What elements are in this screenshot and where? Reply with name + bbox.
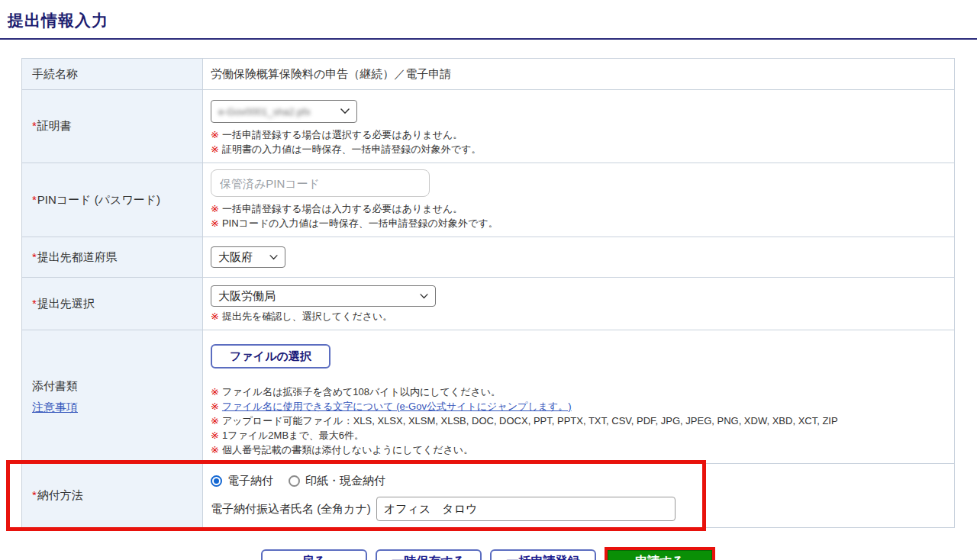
required-asterisk: *	[32, 488, 37, 501]
chevron-down-icon	[420, 294, 428, 299]
filename-characters-link[interactable]: ファイル名に使用できる文字について (e-Gov公式サイトにジャンプします。)	[222, 401, 572, 412]
certificate-label: *証明書	[32, 119, 196, 134]
back-button[interactable]: 戻る	[261, 549, 367, 560]
procedure-name-value-cell: 労働保険概算保険料の申告（継続）／電子申請	[203, 59, 954, 89]
submit-button[interactable]: 申請する	[608, 550, 712, 560]
payment-content-cell: 電子納付 印紙・現金納付 電子納付振込者氏名 (全角カナ)	[203, 464, 954, 527]
attachment-note-filetypes: ※アップロード可能ファイル：XLS, XLSX, XLSM, XLSB, DOC…	[211, 414, 946, 428]
row-pin-code: *PINコード (パスワード) ※一括申請登録する場合は入力する必要はありません…	[22, 163, 954, 237]
row-procedure-name: 手続名称 労働保険概算保険料の申告（継続）／電子申請	[22, 59, 954, 89]
office-select[interactable]: 大阪労働局	[211, 285, 436, 307]
radio-stamp-cash-payment[interactable]	[289, 475, 300, 487]
attachment-note-mynumber: ※個人番号記載の書類は添付しないようにしてください。	[211, 443, 946, 457]
required-asterisk: *	[32, 297, 37, 310]
batch-application-button[interactable]: 一括申請登録	[490, 549, 596, 560]
attachment-note-limit: ※1ファイル2MBまで、最大6件。	[211, 428, 946, 443]
pin-content-cell: ※一括申請登録する場合は入力する必要はありません。 ※PINコードの入力値は一時…	[203, 163, 954, 237]
office-select-value: 大阪労働局	[218, 289, 276, 304]
payment-label: *納付方法	[32, 488, 196, 503]
row-attachments: 添付書類 注意事項 ファイルの選択 ※ファイル名は拡張子を含めて108バイト以内…	[22, 330, 954, 463]
certificate-content-cell: e-Gov0001_sha2.pfx ※一括申請登録する場合は選択する必要はあり…	[203, 90, 954, 163]
certificate-label-cell: *証明書	[22, 90, 203, 163]
title-divider	[0, 38, 977, 40]
file-select-button[interactable]: ファイルの選択	[211, 344, 331, 369]
certificate-select-value: e-Gov0001_sha2.pfx	[218, 106, 311, 117]
office-content-cell: 大阪労働局 ※提出先を確認し、選択してください。	[203, 278, 954, 330]
prefecture-select-value: 大阪府	[218, 250, 253, 265]
prefecture-label: *提出先都道府県	[32, 250, 196, 265]
submit-button-highlight-box: 申請する	[605, 547, 715, 560]
temporary-save-button[interactable]: 一時保存する	[376, 549, 482, 560]
required-asterisk: *	[32, 119, 37, 132]
procedure-name-label: 手続名称	[32, 67, 196, 82]
action-button-bar: 戻る 一時保存する 一括申請登録 申請する	[21, 547, 955, 560]
prefecture-select[interactable]: 大阪府	[211, 246, 285, 268]
row-payment-method: *納付方法 電子納付 印紙・現金納付 電子納付振込者氏名 (全角カナ)	[22, 463, 954, 527]
pin-label: *PINコード (パスワード)	[32, 193, 196, 208]
pin-note-1: ※一括申請登録する場合は入力する必要はありません。	[211, 201, 946, 216]
payer-name-label: 電子納付振込者氏名 (全角カナ)	[211, 502, 371, 517]
office-label-cell: *提出先選択	[22, 278, 203, 330]
required-asterisk: *	[32, 250, 37, 263]
attachments-content-cell: ファイルの選択 ※ファイル名は拡張子を含めて108バイト以内にしてください。 ※…	[203, 330, 954, 463]
attachments-label-cell: 添付書類 注意事項	[22, 330, 203, 463]
certificate-note-1: ※一括申請登録する場合は選択する必要はありません。	[211, 127, 946, 142]
radio-electronic-payment-label: 電子納付	[227, 474, 273, 488]
page-title: 提出情報入力	[8, 10, 977, 31]
submission-form-table: 手続名称 労働保険概算保険料の申告（継続）／電子申請 *証明書 e-Gov000…	[21, 58, 955, 528]
row-prefecture: *提出先都道府県 大阪府	[22, 237, 954, 277]
procedure-name-label-cell: 手続名称	[22, 59, 203, 89]
pin-label-cell: *PINコード (パスワード)	[22, 163, 203, 237]
office-note: ※提出先を確認し、選択してください。	[211, 309, 946, 323]
chevron-down-icon	[269, 255, 278, 260]
procedure-name-value: 労働保険概算保険料の申告（継続）／電子申請	[211, 67, 946, 82]
prefecture-content-cell: 大阪府	[203, 237, 954, 277]
payment-label-cell: *納付方法	[22, 464, 203, 527]
office-label: *提出先選択	[32, 297, 196, 311]
pin-code-input[interactable]	[211, 169, 430, 197]
certificate-note-2: ※証明書の入力値は一時保存、一括申請登録の対象外です。	[211, 142, 946, 156]
chevron-down-icon	[340, 108, 350, 114]
payer-name-input[interactable]	[376, 497, 676, 521]
prefecture-label-cell: *提出先都道府県	[22, 237, 203, 277]
required-asterisk: *	[32, 193, 37, 206]
pin-note-2: ※PINコードの入力値は一時保存、一括申請登録の対象外です。	[211, 216, 946, 230]
row-office: *提出先選択 大阪労働局 ※提出先を確認し、選択してください。	[22, 277, 954, 330]
attachment-precautions-link[interactable]: 注意事項	[32, 401, 196, 415]
attachment-note-charset: ※ファイル名に使用できる文字について (e-Gov公式サイトにジャンプします。)	[211, 399, 946, 414]
radio-electronic-payment[interactable]	[211, 475, 222, 487]
attachment-note-size: ※ファイル名は拡張子を含めて108バイト以内にしてください。	[211, 385, 946, 399]
row-certificate: *証明書 e-Gov0001_sha2.pfx ※一括申請登録する場合は選択する…	[22, 89, 954, 163]
radio-stamp-cash-payment-label: 印紙・現金納付	[305, 474, 385, 488]
attachments-label: 添付書類	[32, 379, 196, 394]
certificate-select[interactable]: e-Gov0001_sha2.pfx	[211, 100, 357, 123]
